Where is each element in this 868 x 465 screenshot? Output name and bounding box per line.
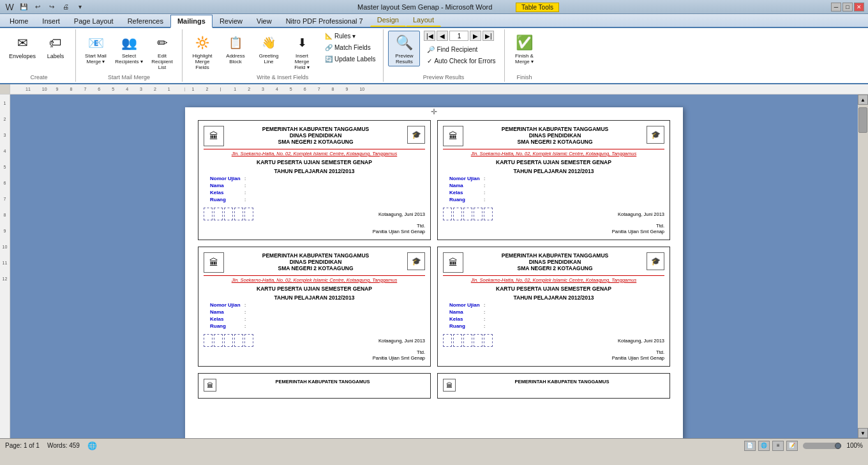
zoom-slider[interactable] bbox=[803, 443, 841, 449]
match-fields-button[interactable]: 🔗 Match Fields bbox=[322, 42, 379, 53]
tab-nitro[interactable]: Nitro PDF Professional 7 bbox=[279, 15, 370, 27]
envelope-icon: ✉ bbox=[12, 33, 33, 53]
card-3-address: Jln. Soekarno-Hatta, No. 02, Komplek Isl… bbox=[204, 275, 425, 283]
scroll-up-btn[interactable]: ▲ bbox=[858, 95, 868, 105]
preview-results-button[interactable]: 🔍 PreviewResults bbox=[388, 31, 420, 66]
tab-review[interactable]: Review bbox=[213, 15, 250, 27]
card-2: 🏛 PEMERINTAH KABUPATEN TANGGAMUS DINAS P… bbox=[437, 120, 670, 240]
restore-btn[interactable]: □ bbox=[842, 3, 853, 11]
card-3-org3: SMA NEGERI 2 KOTAAGUNG bbox=[228, 265, 403, 271]
minimize-btn[interactable]: ─ bbox=[831, 3, 841, 11]
language-icon: 🌐 bbox=[87, 441, 97, 450]
card-1-org1: PEMERINTAH KABUPATEN TANGGAMUS bbox=[228, 126, 403, 132]
card-1-kartu2: TAHUN PELAJARAN 2012/2013 bbox=[204, 168, 425, 174]
card-4-logo-right: 🎓 bbox=[647, 252, 664, 270]
card-5-logo-left: 🏛 bbox=[204, 379, 216, 392]
card-2-kartu1: KARTU PESERTA UJIAN SEMESTER GENAP bbox=[443, 159, 664, 165]
field-ruang-1: Ruang : bbox=[210, 197, 425, 202]
undo-btn[interactable]: ↩ bbox=[32, 2, 43, 12]
view-web-btn[interactable]: 🌐 bbox=[758, 441, 770, 451]
finish-merge-label: Finish &Merge ▾ bbox=[515, 53, 534, 65]
view-outline-btn[interactable]: ≡ bbox=[772, 441, 784, 451]
card-1-footer-city: Kotaagung, Juni 2013 bbox=[378, 211, 425, 220]
card-6-partial: 🏛 PEMERINTAH KABUPATEN TANGGAMUS bbox=[437, 373, 670, 399]
greeting-line-button[interactable]: 👋 GreetingLine bbox=[253, 31, 285, 66]
record-number-input[interactable] bbox=[449, 31, 468, 41]
card-1-ttd: Ttd. bbox=[204, 223, 425, 229]
dropdown-btn[interactable]: ▾ bbox=[74, 2, 86, 12]
tab-design[interactable]: Design bbox=[370, 13, 406, 27]
auto-check-label: Auto Check for Errors bbox=[434, 57, 495, 65]
envelopes-label: Envelopes bbox=[9, 53, 36, 59]
tab-mailings[interactable]: Mailings bbox=[170, 15, 213, 28]
first-record-btn[interactable]: |◀ bbox=[424, 31, 435, 41]
field-nama-2: Nama : bbox=[449, 183, 664, 188]
card-4-footer-city: Kotaagung, Juni 2013 bbox=[618, 338, 664, 347]
ribbon-group-write-insert: 🔆 HighlightMerge Fields 📋 AddressBlock 👋… bbox=[183, 29, 384, 82]
select-recipients-button[interactable]: 👥 SelectRecipients ▾ bbox=[113, 31, 145, 66]
scroll-thumb[interactable] bbox=[858, 107, 867, 133]
tab-page-layout[interactable]: Page Layout bbox=[67, 15, 121, 27]
address-block-button[interactable]: 📋 AddressBlock bbox=[220, 31, 251, 66]
close-btn[interactable]: ✕ bbox=[854, 3, 864, 11]
card-4-org1: PEMERINTAH KABUPATEN TANGGAMUS bbox=[467, 252, 643, 259]
tab-layout[interactable]: Layout bbox=[406, 13, 441, 27]
card-4-org3: SMA NEGERI 2 KOTAAGUNG bbox=[467, 265, 643, 271]
card-4-kartu2: TAHUN PELAJARAN 2012/2013 bbox=[443, 294, 664, 301]
title-bar-left: W 💾 ↩ ↪ 🖨 ▾ bbox=[4, 2, 86, 12]
last-record-btn[interactable]: ▶| bbox=[483, 31, 494, 41]
ruler-vertical: 1 2 3 4 5 6 7 8 9 10 11 12 bbox=[0, 95, 10, 438]
tab-references[interactable]: References bbox=[121, 15, 170, 27]
next-record-btn[interactable]: ▶ bbox=[470, 31, 481, 41]
card-2-org3: SMA NEGERI 2 KOTAAGUNG bbox=[467, 139, 643, 145]
zoom-thumb[interactable] bbox=[835, 443, 841, 449]
card-1-logo-right: 🎓 bbox=[407, 126, 425, 144]
rules-button[interactable]: 📐 Rules ▾ bbox=[322, 31, 379, 42]
save-btn[interactable]: 💾 bbox=[18, 2, 29, 12]
highlight-merge-fields-button[interactable]: 🔆 HighlightMerge Fields bbox=[186, 31, 218, 72]
scroll-down-btn[interactable]: ▼ bbox=[858, 428, 868, 438]
write-insert-label: Write & Insert Fields bbox=[257, 73, 308, 80]
tab-home[interactable]: Home bbox=[3, 15, 35, 27]
card-3-org1: PEMERINTAH KABUPATEN TANGGAMUS bbox=[228, 252, 403, 259]
labels-button[interactable]: 🏷 Labels bbox=[40, 31, 71, 61]
view-draft-btn[interactable]: 📝 bbox=[786, 441, 798, 451]
card-3-footer-city: Kotaagung, Juni 2013 bbox=[378, 338, 425, 347]
field-nama-4: Nama : bbox=[449, 309, 664, 315]
print-btn[interactable]: 🖨 bbox=[60, 2, 71, 12]
envelopes-button[interactable]: ✉ Envelopes bbox=[6, 31, 38, 61]
word-icon[interactable]: W bbox=[4, 2, 15, 12]
card-3-ttd: Ttd. bbox=[204, 349, 425, 355]
auto-check-errors-button[interactable]: ✓ Auto Check for Errors bbox=[424, 56, 498, 66]
card-2-footer-city: Kotaagung, Juni 2013 bbox=[618, 211, 664, 220]
start-mail-merge-button[interactable]: 📧 Start MailMerge ▾ bbox=[80, 31, 112, 66]
tab-insert[interactable]: Insert bbox=[35, 15, 67, 27]
highlight-label: HighlightMerge Fields bbox=[188, 53, 216, 70]
preview-results-label: PreviewResults bbox=[395, 53, 413, 65]
page-move-handle[interactable]: ✛ bbox=[431, 107, 437, 116]
field-nomor-ujian-4: Nomor Ujian : bbox=[449, 302, 664, 308]
tab-view[interactable]: View bbox=[250, 15, 279, 27]
document-page: ✛ 🏛 PEMERINTAH KABUPATEN TANGGAMUS DINAS… bbox=[185, 107, 683, 438]
finish-merge-button[interactable]: ✅ Finish &Merge ▾ bbox=[509, 31, 541, 66]
edit-recipient-list-button[interactable]: ✏ EditRecipient List bbox=[146, 31, 178, 72]
scroll-track[interactable] bbox=[858, 105, 868, 428]
insert-merge-field-button[interactable]: ⬇ Insert MergeField ▾ bbox=[286, 31, 318, 72]
find-recipient-button[interactable]: 🔎 Find Recipient bbox=[424, 44, 498, 55]
start-merge-icon: 📧 bbox=[86, 33, 106, 53]
card-2-org2: DINAS PENDIDIKAN bbox=[467, 132, 643, 139]
card-4-logo-left: 🏛 bbox=[443, 252, 463, 273]
card-4-ttd: Ttd. bbox=[443, 349, 664, 355]
field-ruang-3: Ruang : bbox=[210, 323, 425, 329]
prev-record-btn[interactable]: ◀ bbox=[437, 31, 448, 41]
document-area[interactable]: ✛ 🏛 PEMERINTAH KABUPATEN TANGGAMUS DINAS… bbox=[10, 95, 858, 438]
redo-btn[interactable]: ↪ bbox=[46, 2, 57, 12]
view-normal-btn[interactable]: 📄 bbox=[744, 441, 756, 451]
zoom-level: 100% bbox=[846, 442, 863, 449]
field-ruang-2: Ruang : bbox=[449, 197, 664, 202]
ribbon-tabs: Home Insert Page Layout References Maili… bbox=[0, 14, 868, 28]
ruler-horizontal: 1110 98 76 54 32 1| 12 | 12 34 56 78 910 bbox=[0, 84, 868, 95]
card-1-address: Jln. Soekarno-Hatta, No. 02, Komplek Isl… bbox=[204, 149, 425, 156]
card-1: 🏛 PEMERINTAH KABUPATEN TANGGAMUS DINAS P… bbox=[198, 120, 431, 240]
update-labels-button[interactable]: 🔄 Update Labels bbox=[322, 54, 379, 65]
